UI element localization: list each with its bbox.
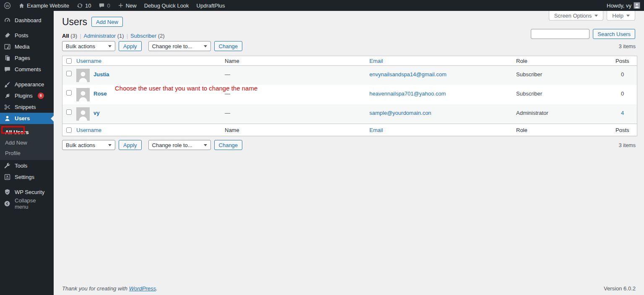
chevron-down-icon <box>204 144 207 146</box>
email-link[interactable]: heavennailspa701@yahoo.com <box>369 85 516 104</box>
sidebar-item-dashboard[interactable]: Dashboard <box>0 15 54 26</box>
sidebar-item-label: Pages <box>15 55 30 61</box>
footer-thanks: Thank you for creating with WordPress. <box>62 285 158 292</box>
change-button[interactable]: Change <box>214 41 243 51</box>
sidebar-item-users[interactable]: Users <box>0 113 54 124</box>
footer-version: Version 6.0.2 <box>604 285 636 292</box>
users-icon <box>3 115 11 122</box>
sidebar-item-media[interactable]: Media <box>0 41 54 52</box>
search-users-input[interactable] <box>531 29 589 39</box>
avatar <box>76 107 90 121</box>
username-link[interactable]: Justia <box>93 69 109 85</box>
help-tab[interactable]: Help <box>607 11 635 21</box>
name-cell: — <box>225 85 369 104</box>
add-new-button[interactable]: Add New <box>91 17 123 27</box>
apply-button-bottom[interactable]: Apply <box>119 140 142 150</box>
submenu-item-label: Add New <box>5 140 27 146</box>
change-role-select[interactable]: Change role to... <box>148 41 211 51</box>
screen-options-label: Screen Options <box>554 13 592 19</box>
name-cell: — <box>225 104 369 124</box>
column-header-email[interactable]: Email <box>369 58 516 64</box>
chevron-down-icon <box>204 45 207 47</box>
sidebar-item-comments[interactable]: Comments <box>0 64 54 75</box>
email-link[interactable]: sample@yourdomain.con <box>369 104 516 124</box>
updates-menu[interactable]: 10 <box>73 0 95 11</box>
email-link[interactable]: envynailsandspa14@gmail.com <box>369 66 516 85</box>
posts-cell: 0 <box>615 85 637 104</box>
svg-text:W: W <box>5 3 9 8</box>
change-role-select-bottom[interactable]: Change role to... <box>148 140 211 150</box>
update-count: 10 <box>85 3 91 9</box>
sidebar-item-label: Tools <box>15 163 27 169</box>
screen-options-tab[interactable]: Screen Options <box>549 11 604 21</box>
avatar <box>76 69 90 82</box>
sidebar-item-plugins[interactable]: Plugins 8 <box>0 90 54 101</box>
submenu-item-profile[interactable]: Profile <box>0 148 54 158</box>
username-link[interactable]: vy <box>93 107 99 124</box>
plus-icon <box>118 3 124 8</box>
column-footer-username[interactable]: Username <box>76 127 225 133</box>
comment-count: 0 <box>107 3 110 9</box>
submenu-item-add-new[interactable]: Add New <box>0 137 54 148</box>
select-all-checkbox[interactable] <box>66 58 72 64</box>
sidebar-item-label: Posts <box>15 32 29 39</box>
updraftplus-label: UpdraftPlus <box>197 3 225 9</box>
sidebar-item-label: Comments <box>15 66 41 72</box>
row-checkbox[interactable] <box>66 71 72 76</box>
row-checkbox[interactable] <box>66 109 72 115</box>
apply-button[interactable]: Apply <box>119 41 142 51</box>
select-all-checkbox[interactable] <box>66 127 72 133</box>
sidebar-item-collapse-menu[interactable]: Collapse menu <box>0 198 54 209</box>
wordpress-logo-menu[interactable]: W <box>0 0 15 11</box>
sidebar-item-tools[interactable]: Tools <box>0 160 54 171</box>
sidebar-item-appearance[interactable]: Appearance <box>0 79 54 90</box>
filter-all[interactable]: All (3) <box>62 33 77 39</box>
filter-administrator[interactable]: Administrator (1) <box>84 33 124 39</box>
sidebar-item-posts[interactable]: Posts <box>0 30 54 41</box>
pin-icon <box>3 32 11 39</box>
table-row: Rose — heavennailspa701@yahoo.com Subscr… <box>62 85 637 104</box>
table-header-row: Username Name Email Role Posts <box>62 56 637 66</box>
submenu-item-all-users[interactable]: All Users <box>0 127 54 137</box>
bulk-actions-select[interactable]: Bulk actions <box>62 41 115 51</box>
search-users-button[interactable]: Search Users <box>593 29 635 39</box>
bulk-actions-select-bottom[interactable]: Bulk actions <box>62 140 115 150</box>
column-footer-email[interactable]: Email <box>369 127 516 133</box>
collapse-arrow-icon <box>3 200 11 207</box>
posts-link[interactable]: 4 <box>615 104 637 124</box>
new-label: New <box>126 3 137 9</box>
debug-quick-look-menu[interactable]: Debug Quick Look <box>140 0 193 11</box>
new-content-menu[interactable]: New <box>114 0 140 11</box>
admin-sidebar: Dashboard Posts Media Pages Comments <box>0 11 54 295</box>
filter-subscriber[interactable]: Subscriber (2) <box>130 33 165 39</box>
sidebar-item-pages[interactable]: Pages <box>0 52 54 64</box>
submenu-item-label: Profile <box>5 150 21 156</box>
user-avatar <box>634 2 640 9</box>
site-link[interactable]: Example Website <box>15 0 73 11</box>
wordpress-link[interactable]: WordPress <box>129 285 156 292</box>
column-header-username[interactable]: Username <box>76 58 225 64</box>
shield-icon <box>3 189 11 196</box>
user-role-filters: All (3)|Administrator (1)|Subscriber (2) <box>62 33 165 39</box>
role-cell: Subscriber <box>516 85 615 104</box>
comments-menu[interactable]: 0 <box>95 0 114 11</box>
sidebar-item-label: Snippets <box>15 104 36 110</box>
howdy-text: Howdy, vy <box>607 3 631 9</box>
row-checkbox[interactable] <box>66 90 72 96</box>
change-button-bottom[interactable]: Change <box>214 140 243 150</box>
sidebar-item-label: Settings <box>15 174 34 180</box>
sidebar-item-settings[interactable]: Settings <box>0 171 54 183</box>
my-account-menu[interactable]: Howdy, vy <box>603 2 644 9</box>
sidebar-item-snippets[interactable]: Snippets <box>0 101 54 113</box>
update-icon <box>77 3 83 9</box>
debug-quick-look-label: Debug Quick Look <box>144 3 189 9</box>
sidebar-item-wp-security[interactable]: WP Security <box>0 186 54 198</box>
username-link[interactable]: Rose <box>93 88 107 104</box>
column-header-role: Role <box>516 58 615 64</box>
plugins-update-badge: 8 <box>38 93 44 99</box>
appearance-brush-icon <box>3 81 11 88</box>
wrench-icon <box>3 162 11 170</box>
sidebar-item-label: Appearance <box>15 81 44 88</box>
updraftplus-menu[interactable]: UpdraftPlus <box>193 0 229 11</box>
sidebar-item-label: Collapse menu <box>15 197 50 210</box>
